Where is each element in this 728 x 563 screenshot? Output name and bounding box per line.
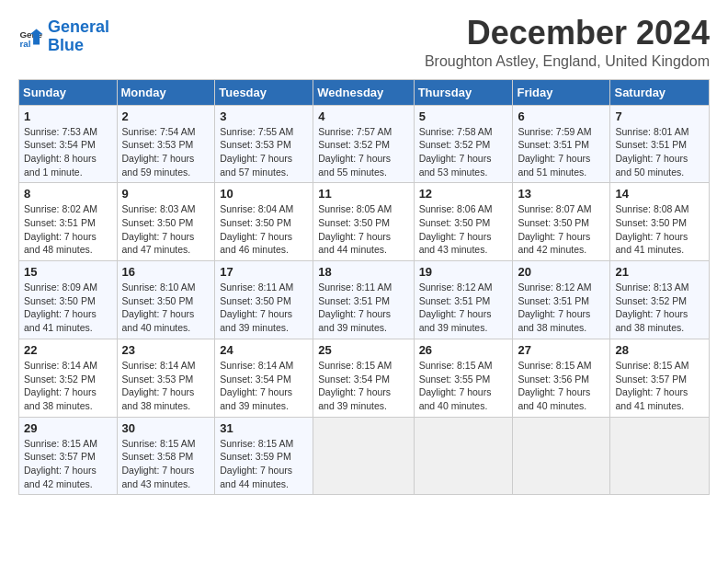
- location: Broughton Astley, England, United Kingdo…: [425, 53, 710, 70]
- calendar-cell: 13Sunrise: 8:07 AM Sunset: 3:50 PM Dayli…: [513, 183, 610, 261]
- day-number: 7: [615, 109, 704, 123]
- day-info: Sunrise: 8:10 AM Sunset: 3:50 PM Dayligh…: [122, 281, 210, 335]
- day-number: 19: [419, 265, 508, 279]
- day-info: Sunrise: 8:11 AM Sunset: 3:51 PM Dayligh…: [318, 281, 408, 335]
- logo: Gene ral GeneralBlue: [18, 18, 109, 55]
- day-number: 20: [518, 265, 605, 279]
- calendar-cell: 5Sunrise: 7:58 AM Sunset: 3:52 PM Daylig…: [414, 105, 513, 183]
- calendar-cell: 28Sunrise: 8:15 AM Sunset: 3:57 PM Dayli…: [610, 339, 710, 417]
- calendar-cell: 21Sunrise: 8:13 AM Sunset: 3:52 PM Dayli…: [610, 261, 710, 339]
- calendar-week-row: 8Sunrise: 8:02 AM Sunset: 3:51 PM Daylig…: [19, 183, 710, 261]
- day-header-saturday: Saturday: [610, 79, 710, 105]
- day-number: 25: [318, 343, 408, 357]
- day-header-sunday: Sunday: [19, 79, 118, 105]
- day-info: Sunrise: 8:14 AM Sunset: 3:52 PM Dayligh…: [24, 359, 112, 413]
- calendar-cell: 25Sunrise: 8:15 AM Sunset: 3:54 PM Dayli…: [313, 339, 414, 417]
- day-number: 26: [419, 343, 508, 357]
- day-info: Sunrise: 8:11 AM Sunset: 3:50 PM Dayligh…: [220, 281, 308, 335]
- calendar-cell: 31Sunrise: 8:15 AM Sunset: 3:59 PM Dayli…: [215, 417, 313, 495]
- calendar-cell: 14Sunrise: 8:08 AM Sunset: 3:50 PM Dayli…: [610, 183, 710, 261]
- day-header-wednesday: Wednesday: [313, 79, 414, 105]
- day-number: 27: [518, 343, 605, 357]
- day-number: 30: [122, 421, 210, 435]
- day-info: Sunrise: 7:54 AM Sunset: 3:53 PM Dayligh…: [122, 125, 210, 179]
- day-number: 10: [220, 187, 308, 201]
- calendar-cell: 20Sunrise: 8:12 AM Sunset: 3:51 PM Dayli…: [513, 261, 610, 339]
- day-info: Sunrise: 8:04 AM Sunset: 3:50 PM Dayligh…: [220, 202, 308, 257]
- day-number: 17: [220, 265, 308, 279]
- day-info: Sunrise: 8:08 AM Sunset: 3:50 PM Dayligh…: [615, 202, 704, 257]
- day-number: 2: [122, 109, 210, 123]
- month-title: December 2024: [425, 15, 710, 52]
- day-number: 8: [24, 187, 112, 201]
- calendar-header-row: SundayMondayTuesdayWednesdayThursdayFrid…: [19, 79, 710, 105]
- day-info: Sunrise: 8:13 AM Sunset: 3:52 PM Dayligh…: [615, 281, 704, 335]
- day-info: Sunrise: 8:15 AM Sunset: 3:55 PM Dayligh…: [419, 359, 508, 413]
- calendar-cell: 27Sunrise: 8:15 AM Sunset: 3:56 PM Dayli…: [513, 339, 610, 417]
- day-info: Sunrise: 8:15 AM Sunset: 3:57 PM Dayligh…: [615, 359, 704, 413]
- day-number: 23: [122, 343, 210, 357]
- day-info: Sunrise: 8:12 AM Sunset: 3:51 PM Dayligh…: [419, 281, 508, 335]
- day-number: 31: [220, 421, 308, 435]
- calendar-cell: 26Sunrise: 8:15 AM Sunset: 3:55 PM Dayli…: [414, 339, 513, 417]
- calendar-cell: 18Sunrise: 8:11 AM Sunset: 3:51 PM Dayli…: [313, 261, 414, 339]
- calendar-body: 1Sunrise: 7:53 AM Sunset: 3:54 PM Daylig…: [19, 105, 710, 495]
- calendar-cell: 12Sunrise: 8:06 AM Sunset: 3:50 PM Dayli…: [414, 183, 513, 261]
- day-header-thursday: Thursday: [414, 79, 513, 105]
- day-info: Sunrise: 7:59 AM Sunset: 3:51 PM Dayligh…: [518, 125, 605, 179]
- day-info: Sunrise: 8:15 AM Sunset: 3:54 PM Dayligh…: [318, 359, 408, 413]
- calendar-cell: 7Sunrise: 8:01 AM Sunset: 3:51 PM Daylig…: [610, 105, 710, 183]
- page-header: Gene ral GeneralBlue December 2024 Broug…: [18, 15, 710, 70]
- day-info: Sunrise: 8:01 AM Sunset: 3:51 PM Dayligh…: [615, 125, 704, 179]
- calendar-cell: 16Sunrise: 8:10 AM Sunset: 3:50 PM Dayli…: [117, 261, 215, 339]
- day-info: Sunrise: 8:14 AM Sunset: 3:54 PM Dayligh…: [220, 359, 308, 413]
- calendar-cell: 22Sunrise: 8:14 AM Sunset: 3:52 PM Dayli…: [19, 339, 118, 417]
- day-number: 5: [419, 109, 508, 123]
- day-number: 29: [24, 421, 112, 435]
- day-number: 4: [318, 109, 408, 123]
- day-number: 22: [24, 343, 112, 357]
- day-info: Sunrise: 8:15 AM Sunset: 3:57 PM Dayligh…: [24, 437, 112, 491]
- day-header-friday: Friday: [513, 79, 610, 105]
- day-info: Sunrise: 8:15 AM Sunset: 3:58 PM Dayligh…: [122, 437, 210, 491]
- day-number: 18: [318, 265, 408, 279]
- logo-icon: Gene ral: [18, 24, 44, 50]
- svg-text:ral: ral: [19, 39, 30, 49]
- calendar-cell: [513, 417, 610, 495]
- day-info: Sunrise: 8:02 AM Sunset: 3:51 PM Dayligh…: [24, 202, 112, 257]
- day-info: Sunrise: 7:55 AM Sunset: 3:53 PM Dayligh…: [220, 125, 308, 179]
- calendar-week-row: 22Sunrise: 8:14 AM Sunset: 3:52 PM Dayli…: [19, 339, 710, 417]
- calendar-cell: 8Sunrise: 8:02 AM Sunset: 3:51 PM Daylig…: [19, 183, 118, 261]
- day-number: 12: [419, 187, 508, 201]
- logo-text: GeneralBlue: [48, 18, 109, 55]
- day-info: Sunrise: 8:06 AM Sunset: 3:50 PM Dayligh…: [419, 202, 508, 257]
- calendar-cell: 23Sunrise: 8:14 AM Sunset: 3:53 PM Dayli…: [117, 339, 215, 417]
- day-number: 11: [318, 187, 408, 201]
- day-info: Sunrise: 7:53 AM Sunset: 3:54 PM Dayligh…: [24, 125, 112, 179]
- calendar-cell: 1Sunrise: 7:53 AM Sunset: 3:54 PM Daylig…: [19, 105, 118, 183]
- day-info: Sunrise: 8:03 AM Sunset: 3:50 PM Dayligh…: [122, 202, 210, 257]
- calendar-cell: [610, 417, 710, 495]
- calendar-cell: 2Sunrise: 7:54 AM Sunset: 3:53 PM Daylig…: [117, 105, 215, 183]
- calendar-cell: 3Sunrise: 7:55 AM Sunset: 3:53 PM Daylig…: [215, 105, 313, 183]
- calendar-cell: 15Sunrise: 8:09 AM Sunset: 3:50 PM Dayli…: [19, 261, 118, 339]
- day-number: 9: [122, 187, 210, 201]
- calendar-cell: 9Sunrise: 8:03 AM Sunset: 3:50 PM Daylig…: [117, 183, 215, 261]
- calendar-cell: 4Sunrise: 7:57 AM Sunset: 3:52 PM Daylig…: [313, 105, 414, 183]
- calendar-week-row: 15Sunrise: 8:09 AM Sunset: 3:50 PM Dayli…: [19, 261, 710, 339]
- day-info: Sunrise: 8:05 AM Sunset: 3:50 PM Dayligh…: [318, 202, 408, 257]
- day-number: 14: [615, 187, 704, 201]
- day-info: Sunrise: 7:58 AM Sunset: 3:52 PM Dayligh…: [419, 125, 508, 179]
- day-info: Sunrise: 7:57 AM Sunset: 3:52 PM Dayligh…: [318, 125, 408, 179]
- day-header-tuesday: Tuesday: [215, 79, 313, 105]
- calendar-cell: 17Sunrise: 8:11 AM Sunset: 3:50 PM Dayli…: [215, 261, 313, 339]
- calendar-cell: 6Sunrise: 7:59 AM Sunset: 3:51 PM Daylig…: [513, 105, 610, 183]
- calendar-table: SundayMondayTuesdayWednesdayThursdayFrid…: [18, 79, 710, 496]
- day-info: Sunrise: 8:12 AM Sunset: 3:51 PM Dayligh…: [518, 281, 605, 335]
- calendar-cell: [414, 417, 513, 495]
- calendar-cell: [313, 417, 414, 495]
- calendar-cell: 11Sunrise: 8:05 AM Sunset: 3:50 PM Dayli…: [313, 183, 414, 261]
- day-number: 28: [615, 343, 704, 357]
- day-number: 21: [615, 265, 704, 279]
- day-info: Sunrise: 8:15 AM Sunset: 3:59 PM Dayligh…: [220, 437, 308, 491]
